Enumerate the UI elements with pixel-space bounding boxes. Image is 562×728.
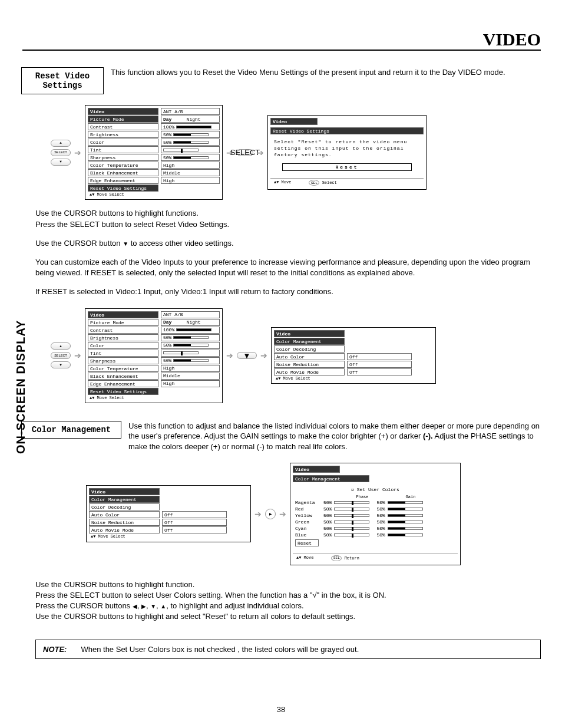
menu-tint[interactable]: Tint bbox=[88, 350, 158, 357]
note-label: NOTE: bbox=[43, 645, 67, 654]
color-name: Cyan bbox=[295, 526, 321, 531]
menu-edge-enh[interactable]: Edge Enhancement bbox=[88, 380, 158, 387]
remote-down-inline: ▼ bbox=[237, 352, 257, 359]
phase-value: 50% bbox=[323, 526, 332, 531]
right-triangle-icon: ▶ bbox=[141, 602, 146, 609]
gain-slider[interactable] bbox=[388, 508, 423, 510]
val-tint bbox=[161, 146, 220, 153]
remote-select-button: SELECT bbox=[51, 352, 71, 359]
color-name: Magenta bbox=[295, 500, 321, 505]
cm-item-cd[interactable]: Color Decoding bbox=[274, 345, 345, 353]
color-row[interactable]: Magenta50%50% bbox=[295, 499, 455, 506]
color-row[interactable]: Red50%50% bbox=[295, 506, 455, 512]
remote-right-inline: ▶ bbox=[265, 509, 276, 519]
menu-brightness[interactable]: Brightness bbox=[88, 131, 158, 138]
remote-down-icon: ▼ bbox=[51, 361, 71, 368]
instr1-p1: Use the CURSOR buttons to highlight func… bbox=[35, 209, 199, 218]
menu-black-enh[interactable]: Black Enhancement bbox=[88, 373, 158, 380]
val-ant: ANT A/B bbox=[161, 108, 220, 115]
menu-color[interactable]: Color bbox=[88, 342, 158, 349]
menu-black-enh[interactable]: Black Enhancement bbox=[88, 169, 158, 176]
menu-tint[interactable]: Tint bbox=[88, 146, 158, 153]
cm-item-ac[interactable]: Auto Color bbox=[274, 353, 345, 360]
osd-cm-submenu-2: Video Color Management Color Decoding Au… bbox=[86, 485, 251, 542]
val-color: 50% bbox=[161, 342, 220, 349]
instructions-2: Use the CURSOR buttons to highlight func… bbox=[35, 579, 541, 622]
phase-slider[interactable] bbox=[334, 527, 369, 530]
color-row[interactable]: Yellow50%50% bbox=[295, 512, 455, 519]
osd-reset-dialog: Video Reset Video Settings Select "Reset… bbox=[267, 115, 427, 190]
val-edge-enh: High bbox=[161, 380, 220, 387]
gain-slider[interactable] bbox=[388, 533, 423, 536]
dialog-subheader: Reset Video Settings bbox=[270, 127, 424, 134]
cm-item-nr[interactable]: Noise Reduction bbox=[89, 519, 160, 526]
remote-up-icon: ▲ bbox=[51, 140, 71, 147]
cm-item-amm[interactable]: Auto Movie Mode bbox=[89, 526, 160, 533]
cm-item-amm[interactable]: Auto Movie Mode bbox=[274, 368, 345, 375]
menu-color-temp[interactable]: Color Temperature bbox=[88, 162, 158, 169]
uc-reset[interactable]: Reset bbox=[295, 539, 319, 546]
osd-row-2: ▲ SELECT ▼ ➔ Video Picture Mode Contrast… bbox=[51, 308, 541, 403]
menu-brightness[interactable]: Brightness bbox=[88, 334, 158, 341]
cm-item-cm[interactable]: Color Management bbox=[274, 338, 345, 345]
phase-slider[interactable] bbox=[334, 508, 369, 510]
arrow-right-icon: ➔ bbox=[74, 351, 81, 360]
color-row[interactable]: Blue50%50% bbox=[295, 532, 455, 538]
uc-hint: ▲▼ Move SEL Return bbox=[293, 554, 458, 562]
instr1-p2: Press the SELECT button to select Reset … bbox=[35, 220, 229, 229]
gain-slider[interactable] bbox=[388, 514, 423, 517]
reset-video-desc: This function allows you to Reset the Vi… bbox=[111, 67, 541, 78]
phase-slider[interactable] bbox=[334, 501, 369, 504]
color-row[interactable]: Green50%50% bbox=[295, 519, 455, 525]
cm-item-nr[interactable]: Noise Reduction bbox=[274, 361, 345, 368]
remote-down-icon: ▼ bbox=[51, 159, 71, 166]
cm-item-cm[interactable]: Color Management bbox=[89, 496, 160, 503]
val-picture-mode: Day Night bbox=[161, 319, 220, 326]
set-user-colors-checkbox[interactable]: ☑ Set User Colors bbox=[295, 487, 455, 492]
color-row[interactable]: Cyan50%50% bbox=[295, 525, 455, 532]
gain-value: 50% bbox=[376, 506, 385, 512]
menu-picture-mode[interactable]: Picture Mode bbox=[88, 319, 158, 326]
phase-slider[interactable] bbox=[334, 521, 369, 523]
val-color: 50% bbox=[161, 139, 220, 146]
menu-contrast[interactable]: Contrast bbox=[88, 123, 158, 130]
val-color-temp: High bbox=[161, 162, 220, 169]
phase-slider[interactable] bbox=[334, 514, 369, 517]
col-phase: Phase bbox=[345, 495, 380, 499]
val-brightness: 50% bbox=[161, 131, 220, 138]
menu-reset-video[interactable]: Reset Video Settings bbox=[88, 388, 158, 395]
instr2-p2a: Press the SELECT button to select User C… bbox=[35, 591, 312, 599]
gain-slider[interactable] bbox=[388, 527, 423, 530]
menu-picture-mode[interactable]: Picture Mode bbox=[88, 116, 158, 123]
menu-sharpness[interactable]: Sharpness bbox=[88, 154, 158, 161]
down-triangle-icon: ▼ bbox=[123, 240, 128, 246]
left-triangle-icon: ◀ bbox=[133, 602, 137, 609]
menu-color-temp[interactable]: Color Temperature bbox=[88, 365, 158, 372]
menu-contrast[interactable]: Contrast bbox=[88, 327, 158, 334]
arrow-right-icon: ➔ bbox=[254, 509, 262, 519]
reset-button[interactable]: Reset bbox=[282, 163, 412, 171]
cm-header: Video bbox=[89, 488, 160, 495]
menu-color[interactable]: Color bbox=[88, 139, 158, 146]
phase-slider[interactable] bbox=[334, 533, 369, 536]
val-sharpness: 50% bbox=[161, 154, 220, 161]
instr1-p5: If RESET is selected in Video:1 Input, o… bbox=[35, 286, 541, 297]
instr1-p3b: to access other video settings. bbox=[128, 239, 233, 248]
arrow-right-icon: ➔ bbox=[226, 351, 233, 360]
cm-item-ac[interactable]: Auto Color bbox=[89, 511, 160, 518]
dialog-text: Select "Reset" to return the video menu … bbox=[270, 137, 424, 160]
gain-slider[interactable] bbox=[388, 501, 423, 504]
menu-hint: ▲▼ Move Select bbox=[88, 396, 158, 400]
menu-hint: ▲▼ Move Select bbox=[88, 192, 158, 197]
page-number: 38 bbox=[277, 705, 285, 714]
instr1-p3a: Use the CURSOR button bbox=[35, 239, 123, 248]
menu-edge-enh[interactable]: Edge Enhancement bbox=[88, 177, 158, 184]
gain-slider[interactable] bbox=[388, 521, 423, 523]
reset-video-settings-heading: Reset Video Settings bbox=[21, 67, 104, 94]
val-sharpness: 50% bbox=[161, 357, 220, 364]
cm-item-cd[interactable]: Color Decoding bbox=[89, 503, 160, 510]
gain-value: 50% bbox=[376, 519, 385, 525]
cm-val-nr: Off bbox=[162, 519, 227, 526]
menu-reset-video[interactable]: Reset Video Settings bbox=[88, 185, 158, 192]
menu-sharpness[interactable]: Sharpness bbox=[88, 357, 158, 364]
